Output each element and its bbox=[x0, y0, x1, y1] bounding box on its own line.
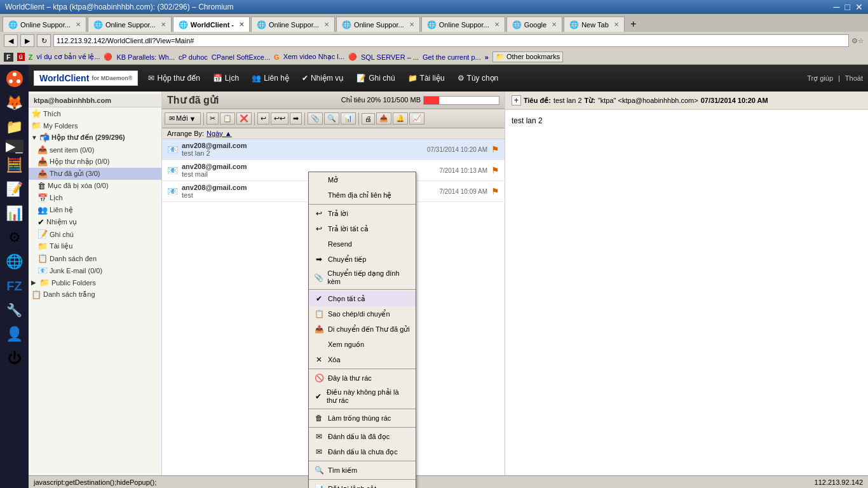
new-tab-button[interactable]: + bbox=[626, 17, 641, 32]
bookmark-z[interactable]: Z bbox=[29, 53, 33, 61]
folder-tasks[interactable]: ✔ Nhiệm vụ bbox=[29, 216, 161, 228]
folder-notes[interactable]: 📝 Ghi chú bbox=[29, 228, 161, 240]
help-link[interactable]: Trợ giúp bbox=[807, 74, 833, 83]
sidebar-icon-app2[interactable]: 🌐 bbox=[3, 250, 26, 273]
tab-close-icon[interactable]: ✕ bbox=[239, 21, 244, 28]
bookmark-k[interactable]: 🔴 bbox=[104, 53, 112, 61]
browser-tab[interactable]: 🌐New Tab✕ bbox=[564, 17, 625, 32]
url-input[interactable] bbox=[53, 34, 849, 47]
cut-button[interactable]: ✂ bbox=[207, 112, 219, 125]
folder-sent-item[interactable]: 📤 sent item (0/0) bbox=[29, 144, 161, 156]
folder-junk[interactable]: 📧 Junk E-mail (0/0) bbox=[29, 264, 161, 276]
sidebar-icon-person[interactable]: 👤 bbox=[3, 323, 26, 346]
ctx-add-contact[interactable]: Thêm địa chỉ liên hệ bbox=[309, 187, 416, 203]
nav-notes[interactable]: 📝 Ghi chú bbox=[351, 71, 400, 85]
email-row[interactable]: 📧 anv208@gmail.com test lan 2 07/31/2014… bbox=[162, 139, 505, 160]
move-button[interactable]: 📥 bbox=[376, 112, 391, 125]
tab-close-icon[interactable]: ✕ bbox=[552, 21, 557, 28]
folder-public[interactable]: ▶ 📁 Public Folders bbox=[29, 276, 161, 288]
ctx-open[interactable]: Mở bbox=[309, 172, 416, 187]
folder-deleted[interactable]: 🗑 Mục đã bị xóa (0/0) bbox=[29, 180, 161, 192]
bookmark-sql[interactable]: SQL SERVER – ... bbox=[361, 53, 419, 61]
ctx-select-all[interactable]: ✔ Chọn tất cả bbox=[309, 291, 416, 306]
bookmark-cpanel[interactable]: CPanel SoftExce... bbox=[212, 53, 270, 61]
ctx-reply-all[interactable]: ↩ Trả lời tất cả bbox=[309, 221, 416, 236]
bookmark-g-icon[interactable]: G bbox=[274, 53, 280, 61]
sidebar-icon-system[interactable]: 🔧 bbox=[3, 299, 26, 322]
ctx-copy-move[interactable]: 📋 Sao chép/di chuyển bbox=[309, 306, 416, 322]
ctx-search[interactable]: 🔍 Tìm kiếm bbox=[309, 463, 416, 478]
nav-options[interactable]: ⚙ Tùy chọn bbox=[452, 71, 504, 85]
bookmark-vi[interactable]: ví dụ cơ bản về lệ... bbox=[37, 53, 100, 61]
sidebar-icon-text[interactable]: 📝 bbox=[3, 178, 26, 201]
browser-tab[interactable]: 🌐Online Suppor...✕ bbox=[421, 17, 505, 32]
back-button[interactable]: ◀ bbox=[4, 34, 18, 47]
ctx-mark-read[interactable]: ✉ Đánh dấu là đã đọc bbox=[309, 429, 416, 444]
print-button[interactable]: 🖨 bbox=[362, 113, 375, 125]
reply-all-button[interactable]: ↩↩ bbox=[271, 112, 288, 125]
ctx-forward[interactable]: ➡ Chuyển tiếp bbox=[309, 252, 416, 267]
folder-blacklist[interactable]: 📋 Danh sách đen bbox=[29, 252, 161, 264]
bookmark-more[interactable]: » bbox=[485, 53, 489, 61]
ctx-not-spam[interactable]: ✔ Điều này không phải là thư rác bbox=[309, 386, 416, 407]
ctx-mark-unread[interactable]: ✉ Đánh dấu là chưa đọc bbox=[309, 444, 416, 459]
ctx-spam[interactable]: 🚫 Đây là thư rác bbox=[309, 370, 416, 386]
bookmark-other[interactable]: 📁 Other bookmarks bbox=[492, 51, 563, 62]
folder-thich[interactable]: ⭐ Thích bbox=[29, 107, 161, 119]
browser-tab[interactable]: 🌐Online Suppor...✕ bbox=[88, 17, 172, 32]
tab-close-icon[interactable]: ✕ bbox=[614, 21, 619, 28]
sidebar-icon-power[interactable]: ⏻ bbox=[3, 347, 26, 370]
sidebar-icon-terminal[interactable]: ▶_ bbox=[6, 140, 24, 152]
logout-link[interactable]: Thoát bbox=[845, 74, 863, 83]
alert-button[interactable]: 🔔 bbox=[393, 112, 408, 125]
sidebar-icon-filezilla[interactable]: FZ bbox=[3, 274, 26, 297]
detail-expand-icon[interactable]: + bbox=[512, 95, 521, 105]
ctx-reset-columns[interactable]: 📊 Đặt lại lệnh cột bbox=[309, 481, 416, 488]
close-btn[interactable]: ✕ bbox=[855, 2, 863, 12]
ctx-forward-attach[interactable]: 📎 Chuyển tiếp dạng đính kèm bbox=[309, 267, 416, 288]
sidebar-icon-files[interactable]: 📁 bbox=[3, 116, 26, 139]
nav-tasks[interactable]: ✔ Nhiệm vụ bbox=[297, 71, 349, 85]
nav-documents[interactable]: 📁 Tài liệu bbox=[403, 71, 450, 85]
browser-tab[interactable]: 🌐Online Suppor...✕ bbox=[336, 17, 420, 32]
sidebar-icon-firefox[interactable]: 🦊 bbox=[3, 92, 26, 114]
folder-whitelist[interactable]: 📋 Danh sách trắng bbox=[29, 288, 161, 301]
folder-sent[interactable]: 📤 Thư đã gửi (3/0) bbox=[29, 168, 161, 180]
folder-inbox[interactable]: ▼ 📬 Hộp thư đến (299/296) bbox=[29, 132, 161, 144]
bookmark-ub[interactable]: ú bbox=[17, 53, 25, 61]
forward-button[interactable]: ▶ bbox=[20, 34, 34, 47]
tab-close-icon[interactable]: ✕ bbox=[324, 21, 329, 28]
arrange-by[interactable]: Ngày ▲ bbox=[207, 130, 232, 137]
reply-button[interactable]: ↩ bbox=[257, 112, 269, 125]
search-button[interactable]: 🔍 bbox=[324, 112, 339, 125]
browser-tab[interactable]: 🌐Online Suppor...✕ bbox=[251, 17, 335, 32]
ctx-move-sent[interactable]: 📤 Di chuyển đến Thư đã gửi bbox=[309, 322, 416, 337]
bookmark-video[interactable]: Xem video Nhạc l... bbox=[283, 53, 344, 61]
nav-contacts[interactable]: 👥 Liên hệ bbox=[247, 71, 294, 85]
ctx-reply[interactable]: ↩ Trả lời bbox=[309, 206, 416, 221]
new-email-button[interactable]: ✉ Mới ▼ bbox=[165, 112, 201, 125]
view-button[interactable]: 📊 bbox=[341, 112, 356, 125]
delete-button[interactable]: ❌ bbox=[236, 112, 252, 125]
bookmark-cp[interactable]: cP duhoc bbox=[179, 53, 208, 61]
tab-close-icon[interactable]: ✕ bbox=[494, 21, 499, 28]
browser-tab[interactable]: 🌐Google✕ bbox=[506, 17, 562, 32]
tab-close-icon[interactable]: ✕ bbox=[161, 21, 166, 28]
bookmark-get[interactable]: Get the current p... bbox=[423, 53, 481, 61]
ctx-delete[interactable]: ✕ Xóa bbox=[309, 352, 416, 367]
forward-button[interactable]: ➡ bbox=[290, 112, 302, 125]
browser-tab[interactable]: 🌐WorldClient -✕ bbox=[173, 17, 250, 32]
bookmark-sql-icon[interactable]: 🔴 bbox=[348, 53, 357, 61]
folder-calendar[interactable]: 📅 Lịch bbox=[29, 192, 161, 204]
folder-inbox-sub[interactable]: 📥 Hộp thư nhập (0/0) bbox=[29, 156, 161, 168]
nav-inbox[interactable]: ✉ Hộp thư đến bbox=[143, 71, 205, 85]
maximize-btn[interactable]: □ bbox=[845, 2, 850, 12]
sidebar-icon-ubuntu[interactable] bbox=[3, 67, 26, 90]
folder-docs[interactable]: 📁 Tài liệu bbox=[29, 240, 161, 252]
folder-contacts[interactable]: 👥 Liên hệ bbox=[29, 204, 161, 216]
sidebar-icon-settings[interactable]: ⚙ bbox=[3, 226, 26, 249]
stats-button[interactable]: 📈 bbox=[409, 112, 424, 125]
refresh-button[interactable]: ↻ bbox=[37, 34, 51, 47]
tab-close-icon[interactable]: ✕ bbox=[76, 21, 81, 28]
sidebar-icon-spreadsheet[interactable]: 📊 bbox=[3, 202, 26, 225]
